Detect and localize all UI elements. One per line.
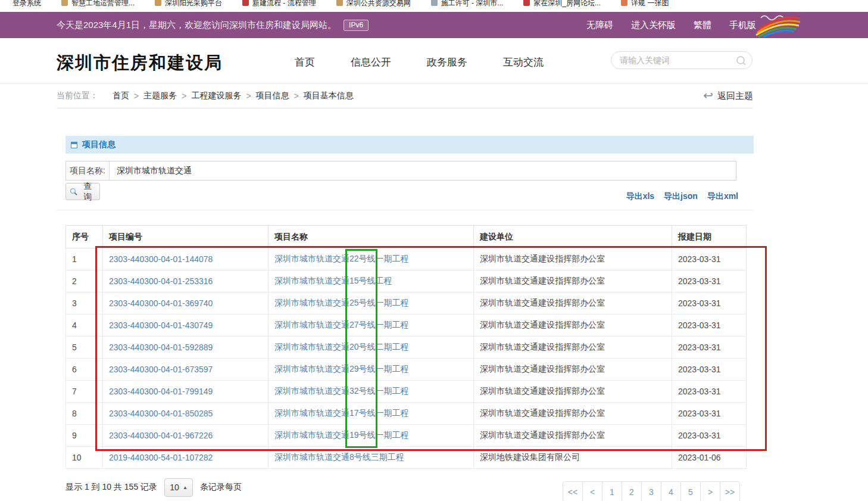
bookmark-item[interactable]: 详规 一张图 — [621, 0, 669, 12]
breadcrumb-link[interactable]: 工程建设服务 — [191, 91, 241, 101]
cell-project-code: 2303-440300-04-01-144078 — [103, 248, 268, 270]
ipv6-badge[interactable]: IPv6 — [344, 20, 369, 31]
bookmark-item[interactable]: 家在深圳_房网论坛... — [523, 0, 601, 12]
breadcrumb-link[interactable]: 主题服务 — [143, 91, 177, 101]
back-to-topic-link[interactable]: ↩ 返回主题 — [703, 91, 753, 102]
search-input[interactable] — [611, 52, 752, 69]
project-name-link[interactable]: 深圳市城市轨道交通22号线一期工程 — [274, 254, 409, 263]
cell-build-unit: 深圳市轨道交通建设指挥部办公室 — [474, 359, 672, 381]
pagination-button[interactable]: << — [563, 481, 583, 501]
cell-filing-date: 2023-03-31 — [672, 381, 747, 403]
project-name-link[interactable]: 深圳市城市轨道交通32号线一期工程 — [274, 386, 409, 396]
breadcrumb-link[interactable]: 项目信息 — [256, 91, 289, 101]
pagination-button[interactable]: 1 — [602, 481, 622, 501]
project-code-link[interactable]: 2303-440300-04-01-592889 — [109, 343, 213, 352]
cell-filing-date: 2023-03-31 — [672, 270, 747, 292]
cell-project-code: 2303-440300-04-01-369740 — [103, 292, 268, 315]
bookmark-favicon-icon — [242, 0, 249, 6]
project-code-link[interactable]: 2303-440300-04-01-369740 — [109, 298, 213, 308]
topbar-link[interactable]: 繁體 — [694, 20, 711, 31]
bookmark-item[interactable]: 深圳阳光采购平台 — [155, 0, 222, 12]
cell-project-code: 2303-440300-04-01-967226 — [103, 425, 268, 447]
project-code-link[interactable]: 2303-440300-04-01-967226 — [109, 431, 213, 440]
cell-project-code: 2303-440300-04-01-430749 — [103, 315, 268, 337]
project-code-link[interactable]: 2303-440300-04-01-850285 — [109, 409, 213, 418]
query-button-label: 查询 — [80, 181, 96, 203]
pagination-button[interactable]: < — [582, 481, 602, 501]
bookmark-item[interactable]: 智慧工地运营管理... — [61, 0, 135, 12]
export-link[interactable]: 导出xml — [707, 191, 738, 202]
cell-index: 1 — [66, 248, 103, 270]
project-name-link[interactable]: 深圳市城市轨道交通29号线一期工程 — [274, 364, 409, 374]
search-icon[interactable] — [736, 55, 747, 66]
shenzhen-gov-rainbow-logo[interactable] — [755, 13, 803, 38]
cell-index: 6 — [66, 359, 103, 381]
projects-table-wrap: 序号 项目编号 项目名称 建设单位 报建日期 1 2303-440300-04-… — [65, 225, 746, 469]
col-header-build-unit: 建设单位 — [474, 226, 672, 248]
bookmark-label: 深圳公共资源交易网 — [346, 0, 411, 8]
pagination-button[interactable]: 5 — [680, 481, 701, 501]
cell-filing-date: 2023-03-31 — [672, 315, 747, 337]
breadcrumb-link[interactable]: 项目基本信息 — [304, 91, 354, 101]
project-name-link[interactable]: 深圳市城市轨道交通17号线一期工程 — [274, 408, 409, 418]
project-code-link[interactable]: 2303-440300-04-01-253316 — [109, 276, 213, 286]
table-header-row: 序号 项目编号 项目名称 建设单位 报建日期 — [66, 226, 747, 248]
bookmark-label: 登录系统 — [13, 0, 41, 8]
topbar-links: 无障碍 进入关怀版 繁體 手机版 — [586, 20, 756, 31]
site-title: 深圳市住房和建设局 — [57, 51, 223, 75]
table-row: 8 2303-440300-04-01-850285 深圳市城市轨道交通17号线… — [66, 403, 747, 425]
project-name-link[interactable]: 深圳市城市轨道交通8号线三期工程 — [274, 452, 404, 462]
bookmark-item[interactable]: 新建流程 - 流程管理 — [242, 0, 316, 12]
project-name-link[interactable]: 深圳市城市轨道交通15号线工程 — [274, 276, 392, 285]
pagination-button[interactable]: 3 — [641, 481, 661, 501]
project-code-link[interactable]: 2019-440300-54-01-107282 — [109, 453, 213, 462]
cell-build-unit: 深圳市轨道交通建设指挥部办公室 — [474, 270, 672, 292]
project-name-link[interactable]: 深圳市城市轨道交通19号线一期工程 — [274, 430, 409, 440]
col-header-filing-date: 报建日期 — [672, 226, 747, 248]
project-name-link[interactable]: 深圳市城市轨道交通25号线一期工程 — [274, 298, 409, 307]
bookmark-item[interactable]: 登录系统 — [2, 0, 41, 12]
cell-build-unit: 深圳市轨道交通建设指挥部办公室 — [474, 425, 672, 447]
pagination-button[interactable]: 2 — [622, 481, 642, 501]
pagination-button[interactable]: >> — [720, 481, 740, 501]
breadcrumb-segment: > 项目基本信息 — [289, 91, 354, 101]
page-size-dropdown[interactable]: 10 ▲ — [164, 478, 193, 497]
table-row: 10 2019-440300-54-01-107282 深圳市城市轨道交通8号线… — [66, 447, 747, 469]
nav-item[interactable]: 信息公开 — [351, 55, 391, 69]
export-link[interactable]: 导出xls — [626, 191, 654, 202]
nav-item[interactable]: 互动交流 — [503, 55, 544, 69]
project-name-link[interactable]: 深圳市城市轨道交通27号线一期工程 — [274, 320, 409, 329]
bookmark-label: 智慧工地运营管理... — [71, 0, 135, 8]
breadcrumb-separator: > — [134, 91, 139, 101]
project-code-link[interactable]: 2303-440300-04-01-430749 — [109, 320, 213, 330]
project-code-link[interactable]: 2303-440300-04-01-673597 — [109, 365, 213, 374]
breadcrumb-segment: > 工程建设服务 — [177, 91, 241, 101]
topbar-link[interactable]: 进入关怀版 — [631, 20, 676, 31]
table-row: 1 2303-440300-04-01-144078 深圳市城市轨道交通22号线… — [66, 248, 747, 270]
export-link[interactable]: 导出json — [664, 191, 698, 202]
per-page-suffix: 条记录每页 — [200, 482, 242, 493]
project-name-label: 项目名称: — [66, 161, 110, 180]
topbar-link[interactable]: 无障碍 — [586, 20, 613, 31]
bookmark-label: 深圳阳光采购平台 — [165, 0, 222, 8]
nav-item[interactable]: 首页 — [295, 55, 315, 69]
cell-project-code: 2303-440300-04-01-673597 — [103, 359, 268, 381]
cell-index: 8 — [66, 403, 103, 425]
cell-project-code: 2019-440300-54-01-107282 — [103, 447, 268, 469]
pagination-button[interactable]: > — [700, 481, 720, 501]
pagination-button[interactable]: 4 — [661, 481, 681, 501]
bookmark-item[interactable]: 施工许可 - 深圳市... — [431, 0, 504, 12]
project-name-input[interactable] — [110, 161, 736, 180]
bookmark-label: 详规 一张图 — [631, 0, 669, 8]
cell-index: 2 — [66, 270, 103, 292]
breadcrumb-link[interactable]: 首页 — [113, 91, 129, 101]
topbar-link[interactable]: 手机版 — [729, 20, 756, 31]
project-name-link[interactable]: 深圳市城市轨道交通20号线二期工程 — [274, 342, 409, 351]
project-code-link[interactable]: 2303-440300-04-01-799149 — [109, 387, 213, 396]
nav-item[interactable]: 政务服务 — [427, 55, 467, 69]
project-code-link[interactable]: 2303-440300-04-01-144078 — [109, 254, 213, 264]
cell-filing-date: 2023-03-31 — [672, 403, 747, 425]
bookmark-item[interactable]: 深圳公共资源交易网 — [336, 0, 411, 12]
records-summary-bar: 显示 1 到 10 共 155 记录 10 ▲ 条记录每页 — [65, 478, 242, 497]
query-button[interactable]: 查询 — [65, 183, 100, 200]
